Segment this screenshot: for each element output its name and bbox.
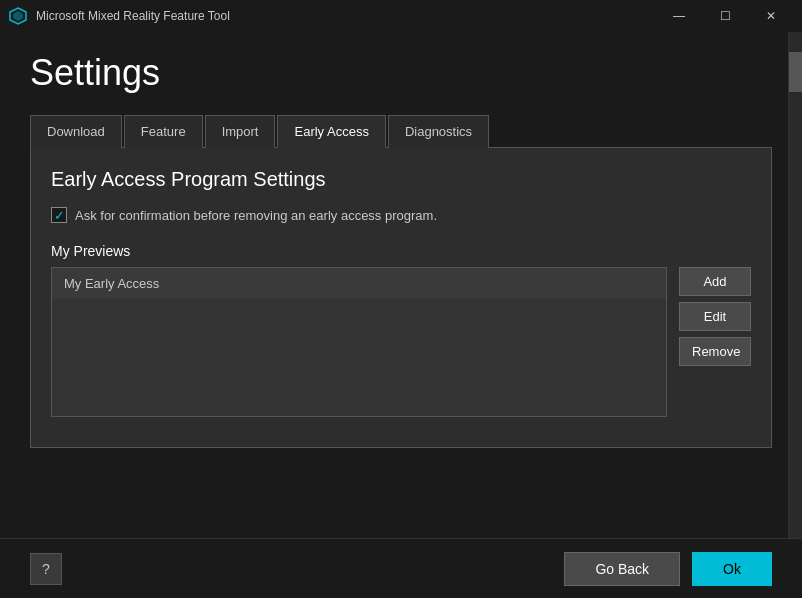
scrollbar-thumb[interactable] (789, 52, 802, 92)
title-bar: Microsoft Mixed Reality Feature Tool — ☐… (0, 0, 802, 32)
window-controls: — ☐ ✕ (656, 0, 794, 32)
go-back-button[interactable]: Go Back (564, 552, 680, 586)
panel-title: Early Access Program Settings (51, 168, 751, 191)
add-button[interactable]: Add (679, 267, 751, 296)
minimize-button[interactable]: — (656, 0, 702, 32)
early-access-panel: Early Access Program Settings ✓ Ask for … (30, 148, 772, 448)
page-content: Settings Download Feature Import Early A… (0, 32, 802, 468)
confirmation-label: Ask for confirmation before removing an … (75, 208, 437, 223)
tab-early-access[interactable]: Early Access (277, 115, 385, 148)
footer: ? Go Back Ok (0, 538, 802, 598)
app-icon (8, 6, 28, 26)
confirmation-checkbox-row[interactable]: ✓ Ask for confirmation before removing a… (51, 207, 751, 223)
previews-list[interactable]: My Early Access (51, 267, 667, 417)
list-action-buttons: Add Edit Remove (679, 267, 751, 366)
page-title: Settings (30, 52, 772, 94)
app-title: Microsoft Mixed Reality Feature Tool (36, 9, 656, 23)
close-button[interactable]: ✕ (748, 0, 794, 32)
tab-download[interactable]: Download (30, 115, 122, 148)
settings-tabs: Download Feature Import Early Access Dia… (30, 114, 772, 148)
previews-list-row: My Early Access Add Edit Remove (51, 267, 751, 417)
scrollbar[interactable] (788, 32, 802, 538)
remove-button[interactable]: Remove (679, 337, 751, 366)
svg-marker-1 (13, 11, 23, 21)
list-item[interactable]: My Early Access (52, 268, 666, 299)
maximize-button[interactable]: ☐ (702, 0, 748, 32)
tab-import[interactable]: Import (205, 115, 276, 148)
checkmark-icon: ✓ (54, 209, 65, 222)
footer-left: ? (30, 553, 62, 585)
tab-diagnostics[interactable]: Diagnostics (388, 115, 489, 148)
confirmation-checkbox[interactable]: ✓ (51, 207, 67, 223)
edit-button[interactable]: Edit (679, 302, 751, 331)
my-previews-label: My Previews (51, 243, 751, 259)
help-button[interactable]: ? (30, 553, 62, 585)
ok-button[interactable]: Ok (692, 552, 772, 586)
tab-feature[interactable]: Feature (124, 115, 203, 148)
footer-right: Go Back Ok (564, 552, 772, 586)
